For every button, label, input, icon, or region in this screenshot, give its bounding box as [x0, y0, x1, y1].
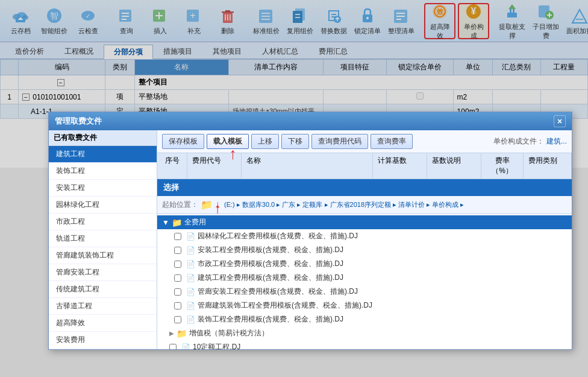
folder-zengjishui[interactable]: ▶ 📁 增值税（简易计税方法）	[157, 326, 572, 340]
load-template-button[interactable]: 载入模板	[207, 134, 249, 149]
selection-row: 选择	[157, 179, 572, 196]
file-checkbox[interactable]	[174, 302, 181, 309]
file-icon: 📄	[186, 315, 195, 324]
modal-col-fee-type: 费用类别	[524, 153, 572, 179]
left-panel-item[interactable]: 管廊安装工程	[49, 264, 157, 281]
left-panel-list: 建筑工程 装饰工程 安装工程 园林绿化工程 市政工程 轨道工程 管廊建筑装饰工程…	[49, 146, 157, 349]
left-panel-header: 已有取费文件	[49, 130, 157, 146]
query-fee-code-button[interactable]: 查询费用代码	[311, 134, 368, 149]
file-icon: 📄	[186, 260, 195, 268]
left-panel-item[interactable]: 轨道工程	[49, 230, 157, 247]
red-arrow-path: ↓	[215, 198, 220, 211]
move-up-button[interactable]: 上移	[251, 134, 279, 149]
left-panel-item[interactable]: 古驿道工程	[49, 298, 157, 315]
file-label: 装饰工程全费用模板(含规费、税金、措施).DJ	[198, 314, 343, 325]
list-item[interactable]: 📄 10定额工程.DJ	[157, 340, 572, 349]
left-panel-item[interactable]: 建筑工程	[49, 146, 157, 163]
list-item[interactable]: 📄 管廊建筑装饰工程全费用模板(含规费、税金、措施).DJ	[157, 299, 572, 312]
left-panel-item[interactable]: 市政工程	[49, 214, 157, 230]
left-panel-item[interactable]: 安装费用	[49, 332, 157, 349]
file-label: 10定额工程.DJ	[193, 342, 240, 349]
modal-col-rate: 费率（%）	[481, 153, 524, 179]
modal-col-base-desc: 基数说明	[427, 153, 481, 179]
file-tree[interactable]: ▼ 📁 全费用 📄 园林绿化工程全费用模板(含规费、税金、措施).DJ 📄 安装…	[157, 214, 572, 349]
file-icon: 📄	[186, 232, 195, 241]
folder-expand-icon-sub: ▶	[169, 330, 174, 337]
file-checkbox[interactable]	[169, 344, 177, 350]
file-icon: 📄	[181, 343, 190, 350]
file-checkbox[interactable]	[174, 316, 181, 323]
right-panel: 保存模板 载入模板 上移 下移 查询费用代码 查询费率 单价构成文件： 建筑..…	[157, 130, 572, 349]
info-bar-label: 单价构成文件：	[493, 136, 544, 147]
list-item[interactable]: 📄 建筑工程全费用模板(含规费、税金、措施).DJ	[157, 271, 572, 285]
list-item[interactable]: 📄 市政工程全费用模板(含规费、税金、措施).DJ	[157, 257, 572, 271]
file-icon: 📄	[186, 274, 195, 282]
folder-label-zengjishui: 增值税（简易计税方法）	[189, 328, 269, 338]
left-panel-item[interactable]: 安装费用（措施）	[49, 349, 157, 349]
file-label: 园林绿化工程全费用模板(含规费、税金、措施).DJ	[198, 231, 358, 241]
manage-fee-modal: 管理取费文件 × 已有取费文件 建筑工程 装饰工程 安装工程 园林绿化工程 市政…	[48, 112, 572, 350]
file-checkbox[interactable]	[174, 274, 181, 282]
folder-icon-quanfeiyong: 📁	[172, 218, 182, 227]
modal-col-name: 名称	[242, 153, 373, 179]
left-panel-item[interactable]: 管廊建筑装饰工程	[49, 247, 157, 264]
file-path-label: 起始位置：	[162, 200, 198, 210]
file-icon: 📄	[186, 288, 195, 296]
list-item[interactable]: 📄 管廊安装工程全费用模板(含规费、税金、措施).DJ	[157, 285, 572, 299]
file-label: 建筑工程全费用模板(含规费、税金、措施).DJ	[198, 273, 343, 283]
file-checkbox[interactable]	[174, 233, 181, 240]
modal-table-header: 序号 费用代号 名称 计算基数 基数说明 费率（%） 费用类别	[157, 153, 572, 179]
folder-label-quanfeiyong: 全费用	[184, 217, 206, 227]
list-item[interactable]: 📄 安装工程全费用模板(含规费、税金、措施).DJ	[157, 243, 572, 257]
file-path-bar: 起始位置： 📁 ↓ (E:) ▸ 数据库30.0 ▸ 广东 ▸ 定额库 ▸ 广东…	[157, 196, 572, 214]
folder-quanfeiyong[interactable]: ▼ 📁 全费用	[157, 215, 572, 229]
modal-title: 管理取费文件	[55, 116, 102, 127]
list-item[interactable]: 📄 园林绿化工程全费用模板(含规费、税金、措施).DJ	[157, 229, 572, 243]
file-label: 管廊安装工程全费用模板(含规费、税金、措施).DJ	[198, 287, 358, 297]
move-down-button[interactable]: 下移	[281, 134, 309, 149]
left-panel-item[interactable]: 超高降效	[49, 315, 157, 332]
query-fee-rate-button[interactable]: 查询费率	[371, 134, 413, 149]
file-label: 安装工程全费用模板(含规费、税金、措施).DJ	[198, 245, 343, 255]
file-checkbox[interactable]	[174, 288, 181, 296]
modal-toolbar: 保存模板 载入模板 上移 下移 查询费用代码 查询费率 单价构成文件： 建筑..…	[157, 130, 572, 153]
file-icon: 📄	[186, 246, 195, 255]
save-template-button[interactable]: 保存模板	[162, 134, 204, 149]
folder-expand-icon: ▼	[162, 218, 169, 227]
list-item[interactable]: 📄 装饰工程全费用模板(含规费、税金、措施).DJ	[157, 312, 572, 326]
modal-col-num: 序号	[157, 153, 187, 179]
left-panel-item[interactable]: 安装工程	[49, 180, 157, 197]
info-bar-value: 建筑...	[546, 136, 567, 147]
folder-nav-icon: 📁	[201, 199, 213, 211]
left-panel-item[interactable]: 园林绿化工程	[49, 197, 157, 214]
file-label: 市政工程全费用模板(含规费、税金、措施).DJ	[198, 259, 343, 269]
modal-col-calc-base: 计算基数	[373, 153, 427, 179]
modal-body: 已有取费文件 建筑工程 装饰工程 安装工程 园林绿化工程 市政工程 轨道工程 管…	[49, 130, 572, 349]
left-panel-item[interactable]: 装饰工程	[49, 163, 157, 180]
left-panel-item[interactable]: 传统建筑工程	[49, 281, 157, 298]
modal-close-button[interactable]: ×	[554, 115, 566, 127]
file-browser: 起始位置： 📁 ↓ (E:) ▸ 数据库30.0 ▸ 广东 ▸ 定额库 ▸ 广东…	[157, 196, 572, 349]
modal-header: 管理取费文件 ×	[49, 112, 572, 130]
file-checkbox[interactable]	[174, 247, 181, 254]
file-icon: 📄	[186, 302, 195, 310]
file-path-value: (E:) ▸ 数据库30.0 ▸ 广东 ▸ 定额库 ▸ 广东省2018序列定额 …	[224, 200, 464, 209]
folder-icon-zengjishui: 📁	[177, 329, 187, 338]
file-checkbox[interactable]	[174, 261, 181, 268]
left-panel: 已有取费文件 建筑工程 装饰工程 安装工程 园林绿化工程 市政工程 轨道工程 管…	[49, 130, 157, 349]
modal-col-fee-code: 费用代号	[187, 153, 242, 179]
file-label: 管廊建筑装饰工程全费用模板(含规费、税金、措施).DJ	[198, 300, 372, 311]
